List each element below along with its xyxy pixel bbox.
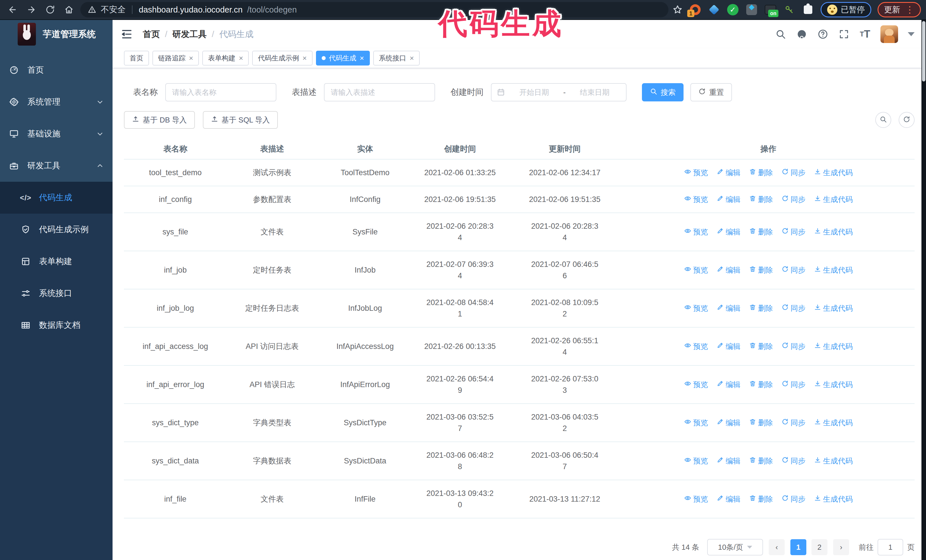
scrollbar-thumb[interactable] [922,21,925,82]
preview-link[interactable]: 预览 [684,167,708,178]
tab-0[interactable]: 首页 [124,51,149,65]
browser-reload-icon[interactable] [43,2,57,17]
help-icon[interactable] [817,29,829,40]
search-button[interactable]: 搜索 [642,83,684,101]
sync-link[interactable]: 同步 [782,379,805,390]
edit-link[interactable]: 编辑 [717,417,740,429]
delete-link[interactable]: 删除 [749,226,773,237]
logo-link[interactable]: 芋道管理系统 [0,20,112,48]
browser-forward-icon[interactable] [24,2,39,17]
sidebar-item-2[interactable]: 基础设施 [0,118,112,150]
sidebar-subitem-4[interactable]: 数据库文档 [0,309,112,341]
table-name-input[interactable] [165,83,276,101]
tab-1[interactable]: 链路追踪× [153,51,199,65]
edit-link[interactable]: 编辑 [717,455,740,466]
generate-link[interactable]: 生成代码 [814,302,853,314]
extension-icon-orange[interactable]: 1 [689,3,702,16]
breadcrumb-item-1[interactable]: 研发工具 [172,29,207,40]
import-sql-button[interactable]: 基于 SQL 导入 [203,111,278,129]
bookmark-star-icon[interactable] [672,5,683,15]
extension-icon-check[interactable]: ✓ [726,3,739,16]
delete-link[interactable]: 删除 [749,417,773,429]
delete-link[interactable]: 删除 [749,494,773,505]
avatar[interactable] [881,25,898,43]
date-range-picker[interactable]: 开始日期 - 结束日期 [491,83,626,101]
preview-link[interactable]: 预览 [684,494,708,505]
preview-link[interactable]: 预览 [684,302,708,314]
update-button[interactable]: 更新 ⋮ [878,2,921,17]
delete-link[interactable]: 删除 [749,264,773,276]
sidebar-item-3[interactable]: 研发工具 [0,150,112,182]
delete-link[interactable]: 删除 [749,379,773,390]
sidebar-subitem-2[interactable]: 表单构建 [0,246,112,278]
reset-button[interactable]: 重置 [690,83,732,101]
address-bar[interactable]: 不安全 dashboard.yudao.iocoder.cn/tool/code… [80,2,669,17]
preview-link[interactable]: 预览 [684,341,708,352]
extension-icon-puzzle[interactable] [802,3,814,16]
sidebar-item-1[interactable]: 系统管理 [0,86,112,118]
sync-link[interactable]: 同步 [782,167,805,178]
extension-icon-gray[interactable] [745,3,758,16]
generate-link[interactable]: 生成代码 [814,167,853,178]
close-icon[interactable]: × [410,54,414,62]
sync-link[interactable]: 同步 [782,226,805,237]
font-size-icon[interactable]: TT [859,29,871,40]
preview-link[interactable]: 预览 [684,379,708,390]
edit-link[interactable]: 编辑 [717,494,740,505]
delete-link[interactable]: 删除 [749,194,773,205]
generate-link[interactable]: 生成代码 [814,494,853,505]
tab-2[interactable]: 表单构建× [202,51,249,65]
edit-link[interactable]: 编辑 [717,302,740,314]
fullscreen-icon[interactable] [838,29,850,40]
page-button-2[interactable]: 2 [811,539,828,555]
search-icon[interactable] [775,29,787,40]
delete-link[interactable]: 删除 [749,302,773,314]
toggle-search-button[interactable] [875,112,891,128]
generate-link[interactable]: 生成代码 [814,379,853,390]
preview-link[interactable]: 预览 [684,417,708,429]
paused-profile-badge[interactable]: 已暂停 [820,2,871,17]
generate-link[interactable]: 生成代码 [814,226,853,237]
sync-link[interactable]: 同步 [782,455,805,466]
sync-link[interactable]: 同步 [782,341,805,352]
close-icon[interactable]: × [239,54,243,62]
extension-icon-gem[interactable] [708,3,720,16]
edit-link[interactable]: 编辑 [717,226,740,237]
page-scrollbar[interactable] [921,20,926,560]
breadcrumb-item-0[interactable]: 首页 [143,29,160,40]
page-button-1[interactable]: 1 [790,539,806,555]
close-icon[interactable]: × [360,54,364,62]
delete-link[interactable]: 删除 [749,341,773,352]
close-icon[interactable]: × [302,54,307,62]
import-db-button[interactable]: 基于 DB 导入 [124,111,195,129]
sidebar-subitem-1[interactable]: 代码生成示例 [0,214,112,246]
goto-page-input[interactable] [878,539,903,555]
preview-link[interactable]: 预览 [684,455,708,466]
preview-link[interactable]: 预览 [684,264,708,276]
next-page-button[interactable]: › [833,539,849,555]
generate-link[interactable]: 生成代码 [814,264,853,276]
browser-home-icon[interactable] [62,2,76,17]
delete-link[interactable]: 删除 [749,455,773,466]
generate-link[interactable]: 生成代码 [814,194,853,205]
sync-link[interactable]: 同步 [782,194,805,205]
sidebar-fold-icon[interactable] [121,28,133,41]
sync-link[interactable]: 同步 [782,302,805,314]
github-icon[interactable] [796,29,808,40]
tab-4[interactable]: 代码生成× [316,51,370,65]
extension-icon-key[interactable] [783,3,796,16]
delete-link[interactable]: 删除 [749,167,773,178]
generate-link[interactable]: 生成代码 [814,455,853,466]
kebab-menu-icon[interactable]: ⋮ [905,5,914,14]
sync-link[interactable]: 同步 [782,264,805,276]
close-icon[interactable]: × [189,54,193,62]
page-size-select[interactable]: 10条/页 [707,539,763,555]
edit-link[interactable]: 编辑 [717,167,740,178]
prev-page-button[interactable]: ‹ [769,539,785,555]
edit-link[interactable]: 编辑 [717,194,740,205]
tab-5[interactable]: 系统接口× [373,51,420,65]
generate-link[interactable]: 生成代码 [814,341,853,352]
sync-link[interactable]: 同步 [782,494,805,505]
sidebar-item-0[interactable]: 首页 [0,54,112,86]
browser-back-icon[interactable] [5,2,20,17]
